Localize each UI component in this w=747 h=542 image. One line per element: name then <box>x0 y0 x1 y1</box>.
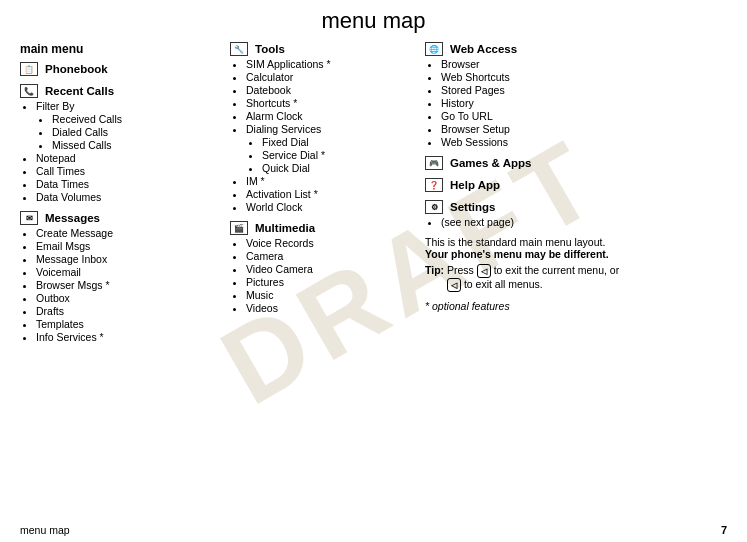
multimedia-icon: 🎬 <box>230 221 248 235</box>
tip-line: Tip: Press ◁ to exit the current menu, o… <box>425 264 727 292</box>
list-item: SIM Applications * <box>246 58 415 70</box>
tip-end: to exit all menus. <box>464 278 543 290</box>
list-item: Message Inbox <box>36 253 220 265</box>
multimedia-list: Voice Records Camera Video Camera Pictur… <box>230 237 415 314</box>
help-app-header: ❓ Help App <box>425 178 727 192</box>
games-apps-header: 🎮 Games & Apps <box>425 156 727 170</box>
list-item: Shortcuts * <box>246 97 415 109</box>
list-item: Videos <box>246 302 415 314</box>
settings-label: Settings <box>450 201 495 213</box>
left-column: main menu 📋 Phonebook 📞 Recent Calls Fil… <box>20 42 220 351</box>
list-item: Calculator <box>246 71 415 83</box>
list-item: Data Times <box>36 178 220 190</box>
tools-header: 🔧 Tools <box>230 42 415 56</box>
page-title: menu map <box>20 8 727 34</box>
list-item: Browser Msgs * <box>36 279 220 291</box>
content-area: main menu 📋 Phonebook 📞 Recent Calls Fil… <box>20 42 727 351</box>
list-item: Alarm Clock <box>246 110 415 122</box>
tip-button2: ◁ <box>447 278 461 292</box>
web-access-list: Browser Web Shortcuts Stored Pages Histo… <box>425 58 727 148</box>
section-web-access: 🌐 Web Access Browser Web Shortcuts Store… <box>425 42 727 148</box>
list-item: Camera <box>246 250 415 262</box>
settings-header: ⚙ Settings <box>425 200 727 214</box>
messages-list: Create Message Email Msgs Message Inbox … <box>20 227 220 343</box>
list-item: History <box>441 97 727 109</box>
section-games-apps: 🎮 Games & Apps <box>425 156 727 170</box>
list-item: Voicemail <box>36 266 220 278</box>
tools-list: SIM Applications * Calculator Datebook S… <box>230 58 415 213</box>
phonebook-icon: 📋 <box>20 62 38 76</box>
list-item: Voice Records <box>246 237 415 249</box>
list-item: (see next page) <box>441 216 727 228</box>
list-item: Notepad <box>36 152 220 164</box>
list-item: World Clock <box>246 201 415 213</box>
games-apps-icon: 🎮 <box>425 156 443 170</box>
list-item: Stored Pages <box>441 84 727 96</box>
middle-column: 🔧 Tools SIM Applications * Calculator Da… <box>220 42 415 351</box>
list-item: Filter By Received Calls Dialed Calls Mi… <box>36 100 220 151</box>
list-item: Info Services * <box>36 331 220 343</box>
list-item: Datebook <box>246 84 415 96</box>
settings-list: (see next page) <box>425 216 727 228</box>
footer-bold-note: Your phone's menu may be different. <box>425 248 609 260</box>
tools-label: Tools <box>255 43 285 55</box>
list-item: Call Times <box>36 165 220 177</box>
tip-text: Press <box>447 264 477 276</box>
footer-standard-text: This is the standard main menu layout. <box>425 236 605 248</box>
list-item: Music <box>246 289 415 301</box>
section-multimedia: 🎬 Multimedia Voice Records Camera Video … <box>230 221 415 314</box>
list-item: Video Camera <box>246 263 415 275</box>
list-item: Pictures <box>246 276 415 288</box>
section-settings: ⚙ Settings (see next page) <box>425 200 727 228</box>
messages-header: ✉ Messages <box>20 211 220 225</box>
list-item: Email Msgs <box>36 240 220 252</box>
list-item: Activation List * <box>246 188 415 200</box>
list-item: IM * <box>246 175 415 187</box>
right-column: 🌐 Web Access Browser Web Shortcuts Store… <box>415 42 727 351</box>
tools-icon: 🔧 <box>230 42 248 56</box>
games-apps-label: Games & Apps <box>450 157 531 169</box>
tip-middle: to exit the current menu, or <box>494 264 619 276</box>
list-item: Web Sessions <box>441 136 727 148</box>
multimedia-label: Multimedia <box>255 222 315 234</box>
list-item: Received Calls <box>52 113 220 125</box>
section-help-app: ❓ Help App <box>425 178 727 192</box>
filter-by-sublist: Received Calls Dialed Calls Missed Calls <box>36 113 220 151</box>
recent-calls-label: Recent Calls <box>45 85 114 97</box>
list-item: Templates <box>36 318 220 330</box>
list-item: Drafts <box>36 305 220 317</box>
list-item: Web Shortcuts <box>441 71 727 83</box>
web-access-header: 🌐 Web Access <box>425 42 727 56</box>
list-item: Fixed Dial <box>262 136 415 148</box>
messages-icon: ✉ <box>20 211 38 225</box>
footer-description: This is the standard main menu layout. Y… <box>425 236 727 260</box>
recent-calls-icon: 📞 <box>20 84 38 98</box>
page-container: menu map main menu 📋 Phonebook 📞 Recent … <box>0 0 747 542</box>
tip-label: Tip: <box>425 264 444 276</box>
help-app-icon: ❓ <box>425 178 443 192</box>
list-item: Outbox <box>36 292 220 304</box>
list-item: Browser <box>441 58 727 70</box>
multimedia-header: 🎬 Multimedia <box>230 221 415 235</box>
list-item: Dialing Services Fixed Dial Service Dial… <box>246 123 415 174</box>
section-recent-calls: 📞 Recent Calls Filter By Received Calls … <box>20 84 220 203</box>
section-tools: 🔧 Tools SIM Applications * Calculator Da… <box>230 42 415 213</box>
list-item: Service Dial * <box>262 149 415 161</box>
help-app-label: Help App <box>450 179 500 191</box>
dialing-services-sublist: Fixed Dial Service Dial * Quick Dial <box>246 136 415 174</box>
main-menu-label: main menu <box>20 42 220 56</box>
list-item: Browser Setup <box>441 123 727 135</box>
tip-button1: ◁ <box>477 264 491 278</box>
settings-icon: ⚙ <box>425 200 443 214</box>
section-phonebook: 📋 Phonebook <box>20 62 220 76</box>
recent-calls-header: 📞 Recent Calls <box>20 84 220 98</box>
list-item: Missed Calls <box>52 139 220 151</box>
messages-label: Messages <box>45 212 100 224</box>
web-access-icon: 🌐 <box>425 42 443 56</box>
optional-note: * optional features <box>425 300 727 312</box>
list-item: Quick Dial <box>262 162 415 174</box>
section-messages: ✉ Messages Create Message Email Msgs Mes… <box>20 211 220 343</box>
list-item: Go To URL <box>441 110 727 122</box>
web-access-label: Web Access <box>450 43 517 55</box>
tip-button2-wrapper: ◁ to exit all menus. <box>425 278 543 290</box>
